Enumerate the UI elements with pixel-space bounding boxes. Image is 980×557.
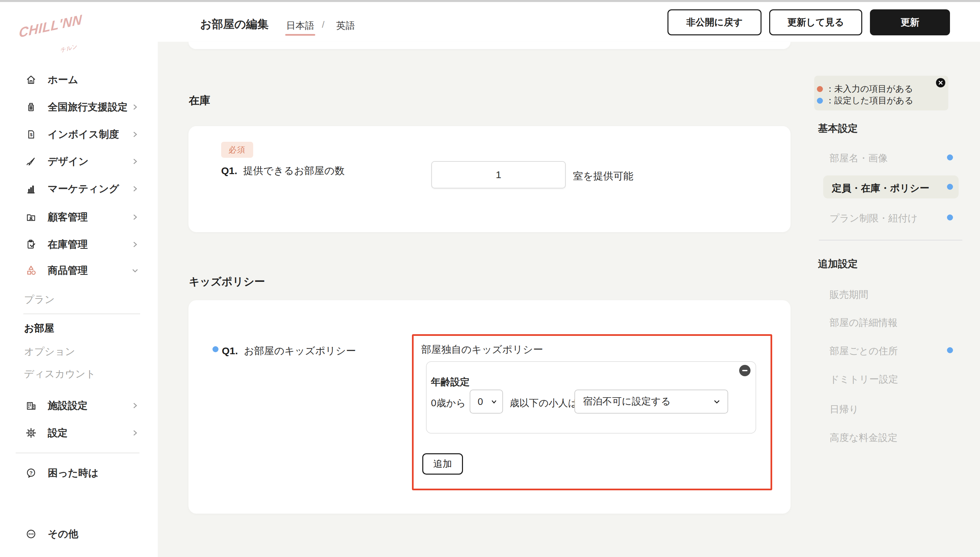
more-ellipsis-icon <box>25 528 37 540</box>
kids-policy-panel-label: 部屋独自のキッズポリシー <box>421 343 543 357</box>
sidebar-item-facility-settings[interactable]: 施設設定 <box>0 396 158 415</box>
sidebar-item-label: その他 <box>48 527 78 541</box>
sidebar-item-design[interactable]: デザイン <box>0 152 158 171</box>
chevron-right-icon <box>131 130 140 139</box>
room-count-suffix: 室を提供可能 <box>573 169 633 183</box>
sidebar-item-other[interactable]: その他 <box>0 524 158 543</box>
lang-tab-english[interactable]: 英語 <box>336 20 355 32</box>
sidebar-item-label: デザイン <box>48 155 89 168</box>
rail-item-capacity-inventory-policy[interactable]: 定員・在庫・ポリシー <box>832 182 929 195</box>
brand-logo[interactable]: CHILL'NN チルン <box>18 19 75 52</box>
room-edit-page: お部屋の編集 日本語 / 英語 非公開に戻す 更新して見る 更新 CHILL'N… <box>0 0 980 557</box>
age-select[interactable]: 0 <box>470 389 503 414</box>
sidebar-item-label: マーケティング <box>48 182 119 196</box>
sidebar-item-label: 全国旅行支援設定 <box>48 100 128 114</box>
sidebar-subitem-plans[interactable]: プラン <box>0 292 158 308</box>
orange-dot-icon <box>817 86 823 92</box>
close-icon[interactable] <box>936 78 945 87</box>
sidebar-item-invoice[interactable]: $ インボイス制度 <box>0 125 158 144</box>
policy-select[interactable]: 宿泊不可に設定する <box>575 389 728 414</box>
sidebar-subitem-label: ディスカウント <box>24 367 96 381</box>
svg-text:$: $ <box>30 132 33 137</box>
shapes-icon <box>25 264 37 277</box>
svg-text:?: ? <box>29 470 33 476</box>
lang-active-underline <box>285 34 315 36</box>
sidebar-item-help[interactable]: ? 困った時は <box>0 464 158 482</box>
sidebar-item-marketing[interactable]: マーケティング <box>0 179 158 198</box>
pen-icon <box>25 155 37 168</box>
rail-item-dormitory-settings[interactable]: ドミトリー設定 <box>830 373 898 386</box>
lang-separator: / <box>322 20 324 30</box>
sidebar-item-label: 困った時は <box>48 466 98 480</box>
update-button[interactable]: 更新 <box>870 9 950 35</box>
chevron-down-icon <box>713 397 721 406</box>
room-count-input[interactable] <box>431 161 566 189</box>
sidebar-item-settings[interactable]: 設定 <box>0 423 158 442</box>
sidebar-item-customers[interactable]: 顧客管理 <box>0 208 158 226</box>
remove-rule-button[interactable] <box>739 365 750 376</box>
legend-text: ：設定した項目がある <box>825 95 913 106</box>
customer-folder-icon <box>25 211 37 223</box>
bar-chart-icon <box>25 183 37 195</box>
rail-item-sales-period[interactable]: 販売期間 <box>830 288 868 301</box>
sidebar-subitem-options[interactable]: オプション <box>0 344 158 360</box>
brand-logo-subtext: チルン <box>60 42 78 54</box>
clipboard-check-icon <box>25 238 37 251</box>
inventory-section-heading: 在庫 <box>189 93 210 108</box>
sidebar-item-inventory-management[interactable]: 在庫管理 <box>0 235 158 254</box>
chevron-right-icon <box>131 428 140 437</box>
age-select-value: 0 <box>478 396 483 407</box>
sidebar-item-label: インボイス制度 <box>48 128 119 142</box>
age-from-label: 0歳から <box>431 397 466 410</box>
chevron-down-icon <box>490 398 498 405</box>
sidebar-item-home[interactable]: ホーム <box>0 70 158 89</box>
rail-heading-additional: 追加設定 <box>818 257 858 271</box>
sidebar-subitem-rooms[interactable]: お部屋 <box>0 320 158 336</box>
required-badge: 必須 <box>221 142 253 158</box>
set-indicator-dot <box>947 215 953 220</box>
chevron-right-icon <box>131 184 140 193</box>
question-label: 提供できるお部屋の数 <box>243 164 345 178</box>
chevron-right-icon <box>131 213 140 221</box>
invoice-document-icon: $ <box>25 129 37 140</box>
policy-select-value: 宿泊不可に設定する <box>583 395 671 408</box>
add-rule-button[interactable]: 追加 <box>422 453 463 475</box>
unpublish-button[interactable]: 非公開に戻す <box>667 9 762 35</box>
sidebar-item-product-management[interactable]: 商品管理 <box>0 261 158 280</box>
set-indicator-dot <box>947 184 953 190</box>
rail-item-room-name-images[interactable]: 部屋名・画像 <box>830 152 887 165</box>
chevron-right-icon <box>131 157 140 166</box>
sidebar-item-label: 顧客管理 <box>48 210 88 224</box>
sidebar-item-label: 設定 <box>48 426 68 440</box>
set-indicator-dot <box>947 155 953 160</box>
question-label: お部屋のキッズポリシー <box>244 344 356 358</box>
set-indicator-dot <box>947 347 953 353</box>
update-and-view-button[interactable]: 更新して見る <box>769 9 862 35</box>
rail-divider <box>819 240 962 241</box>
gear-icon <box>25 427 37 439</box>
age-setting-label: 年齢設定 <box>431 376 470 389</box>
legend-row-unfilled: ：未入力の項目がある <box>817 83 913 95</box>
blue-dot-icon <box>817 98 823 104</box>
sidebar-subitem-label: プラン <box>24 293 55 306</box>
rail-item-advanced-pricing[interactable]: 高度な料金設定 <box>830 431 898 445</box>
chevron-right-icon <box>131 240 140 249</box>
previous-card-bottom <box>189 42 791 49</box>
rail-item-room-address[interactable]: 部屋ごとの住所 <box>830 345 898 358</box>
sidebar-subitem-discounts[interactable]: ディスカウント <box>0 366 158 382</box>
sidebar-subitem-label: お部屋 <box>24 321 54 335</box>
sidebar-subitem-label: オプション <box>24 345 75 358</box>
rail-item-room-details[interactable]: 部屋の詳細情報 <box>830 316 898 329</box>
rail-heading-basic: 基本設定 <box>818 122 858 135</box>
legend-text: ：未入力の項目がある <box>825 83 913 95</box>
chevron-right-icon <box>131 401 140 410</box>
rail-item-plan-restriction[interactable]: プラン制限・紐付け <box>830 212 918 225</box>
chevron-down-icon <box>131 266 140 275</box>
set-indicator-dot <box>212 346 218 352</box>
building-icon <box>25 399 37 412</box>
lang-tab-japanese[interactable]: 日本語 <box>286 20 314 32</box>
sidebar-item-travel-support[interactable]: 全国旅行支援設定 <box>0 98 158 116</box>
question-number: Q1. <box>221 165 237 176</box>
rail-item-day-trip[interactable]: 日帰り <box>830 403 859 416</box>
sidebar-item-label: 商品管理 <box>48 264 88 277</box>
